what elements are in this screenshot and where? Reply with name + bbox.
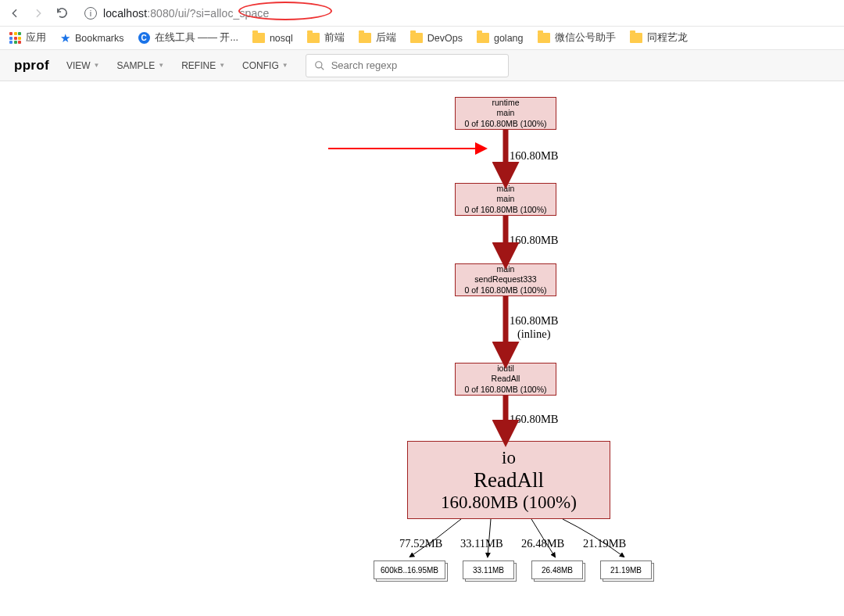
menu-config[interactable]: CONFIG▼ (242, 60, 288, 71)
flame-graph[interactable]: runtime main 0 of 160.80MB (100%) main m… (0, 81, 844, 616)
bookmark-folder[interactable]: 同程艺龙 (630, 31, 688, 45)
folder-icon (359, 33, 371, 43)
bookmark-folder[interactable]: DevOps (410, 33, 463, 44)
menu-sample[interactable]: SAMPLE▼ (117, 60, 165, 71)
bookmark-folder[interactable]: golang (477, 33, 524, 44)
svg-point-0 (315, 61, 321, 67)
bookmark-folder[interactable]: nosql (252, 33, 293, 44)
folder-icon (477, 33, 489, 43)
node-main-main[interactable]: main main 0 of 160.80MB (100%) (455, 183, 556, 216)
edge-label: 160.80MB (510, 149, 558, 163)
apps-button[interactable]: 应用 (9, 31, 46, 45)
search-placeholder: Search regexp (331, 59, 398, 71)
edge-label: 77.52MB (399, 537, 442, 550)
apps-icon (9, 32, 21, 44)
menu-view[interactable]: VIEW▼ (66, 60, 100, 71)
menu-refine[interactable]: REFINE▼ (181, 60, 225, 71)
edge-label: 33.11MB (460, 537, 503, 550)
chevron-down-icon: ▼ (158, 62, 164, 69)
search-input[interactable]: Search regexp (306, 54, 509, 77)
site-info-icon[interactable]: i (84, 7, 97, 20)
bookmark-online-tools[interactable]: C 在线工具 —— 开... (138, 31, 238, 45)
address-bar[interactable]: i localhost:8080/ui/?si=alloc_space (78, 2, 836, 24)
bookmark-folder[interactable]: 微信公号助手 (538, 31, 616, 45)
pprof-header: pprof VIEW▼ SAMPLE▼ REFINE▼ CONFIG▼ Sear… (0, 50, 844, 81)
star-icon: ★ (60, 31, 70, 45)
leaf-node[interactable]: 600kB..16.95MB (372, 559, 444, 578)
chevron-down-icon: ▼ (94, 62, 100, 69)
folder-icon (630, 33, 642, 43)
back-icon[interactable] (8, 7, 22, 20)
reload-icon[interactable] (55, 6, 69, 20)
browser-nav-bar: i localhost:8080/ui/?si=alloc_space (0, 0, 844, 27)
bookmark-bar: 应用 ★ Bookmarks C 在线工具 —— 开... nosql 前端 后… (0, 27, 844, 50)
edge-label: 160.80MB (inline) (510, 314, 558, 341)
edge-arrows (0, 81, 844, 616)
chevron-down-icon: ▼ (219, 62, 225, 69)
chevron-down-icon: ▼ (282, 62, 288, 69)
leaf-node[interactable]: 21.19MB (599, 559, 650, 578)
node-runtime-main[interactable]: runtime main 0 of 160.80MB (100%) (455, 97, 556, 130)
node-ioutil-ReadAll[interactable]: ioutil ReadAll 0 of 160.80MB (100%) (455, 363, 556, 396)
edge-label: 160.80MB (510, 413, 558, 426)
folder-icon (307, 33, 320, 43)
pprof-logo: pprof (14, 58, 49, 73)
url-text: localhost:8080/ui/?si=alloc_space (103, 7, 269, 20)
bookmark-folder[interactable]: 前端 (307, 31, 345, 45)
bookmark-folder[interactable]: 后端 (359, 31, 396, 45)
edge-label: 21.19MB (583, 537, 626, 550)
folder-icon (252, 33, 265, 43)
node-main-sendRequest333[interactable]: main sendRequest333 0 of 160.80MB (100%) (455, 263, 556, 296)
search-icon (314, 60, 325, 71)
folder-icon (410, 33, 423, 43)
bookmark-bookmarks[interactable]: ★ Bookmarks (60, 31, 124, 45)
leaf-node[interactable]: 33.11MB (461, 559, 513, 578)
node-io-ReadAll[interactable]: io ReadAll 160.80MB (100%) (407, 441, 610, 519)
site-icon: C (138, 32, 150, 44)
leaf-node[interactable]: 26.48MB (530, 559, 581, 578)
forward-icon[interactable] (31, 7, 45, 20)
edge-label: 160.80MB (510, 234, 558, 247)
folder-icon (538, 33, 550, 43)
edge-label: 26.48MB (521, 537, 564, 550)
